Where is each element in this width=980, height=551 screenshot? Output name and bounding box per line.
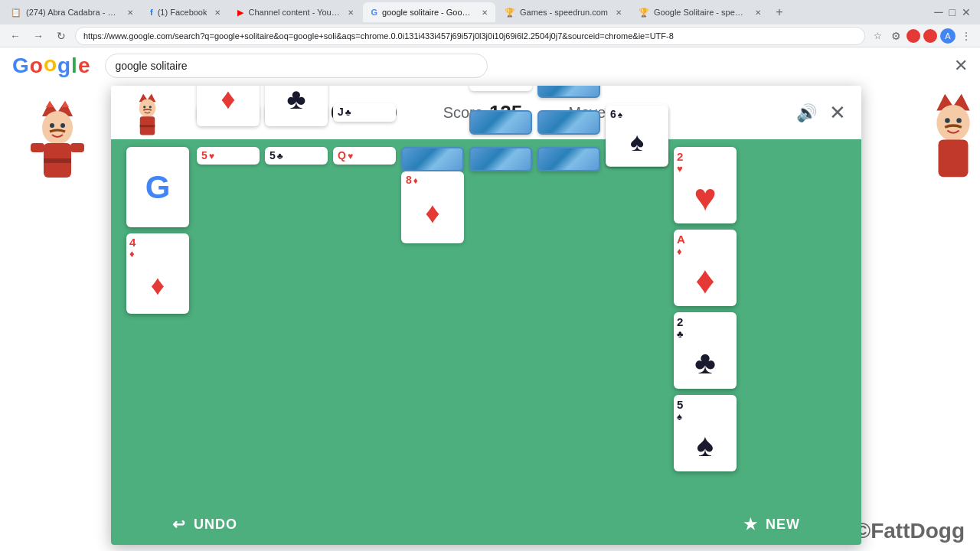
card-back-6[interactable]	[537, 86, 600, 98]
header-icons: 🔊 ✕	[796, 101, 846, 125]
tab-speedrun1[interactable]: 🏆 Games - speedrun.com ✕	[497, 2, 629, 22]
stock-pile[interactable]: G	[126, 147, 189, 227]
card-3-diamonds[interactable]: 3♦ ♦	[197, 86, 260, 126]
svg-point-19	[956, 118, 962, 123]
card-8-diamonds[interactable]: 8♦ ♦	[401, 171, 464, 243]
svg-rect-15	[140, 125, 155, 127]
browser-chrome: 📋 (274) Abra Cadabra - Daily Dup... ✕ f …	[0, 0, 980, 47]
game-area: G 4 ♦ ♦ 5♥	[111, 139, 861, 545]
page-background: Google google solitaire ✕	[0, 47, 980, 551]
svg-rect-20	[939, 139, 969, 177]
svg-marker-2	[61, 101, 69, 107]
bookmark-star-icon[interactable]: ☆	[870, 28, 885, 44]
google-logo: Google	[12, 54, 90, 78]
tab-speedrun2[interactable]: 🏆 Google Solitaire - speedrun.com ✕	[631, 2, 769, 22]
undo-button[interactable]: ↩ UNDO	[172, 515, 237, 533]
column-5[interactable]: J♦ 10♠ 9♦ 8♠ ♠	[469, 147, 532, 377]
card-jack-diamonds[interactable]: J♦	[469, 86, 532, 91]
close-search-button[interactable]: ✕	[954, 56, 968, 76]
watermark: ©FattDogg	[855, 519, 965, 543]
refresh-button[interactable]: ↻	[52, 27, 70, 45]
svg-point-4	[50, 123, 54, 128]
minimize-button[interactable]: ─	[934, 5, 942, 19]
svg-rect-7	[44, 158, 71, 163]
card-5-hearts[interactable]: 5♥	[197, 147, 260, 165]
profile-icon[interactable]: A	[940, 28, 956, 44]
column-3[interactable]: Q♥ J♣ 10♦ 9♠ 8♥	[333, 147, 396, 377]
card-back-2[interactable]	[469, 147, 532, 171]
king-mascot-right	[915, 86, 980, 185]
svg-point-17	[936, 105, 969, 142]
search-query: google solitaire	[115, 60, 187, 72]
foundation-2-clubs[interactable]: 2 ♣ ♣	[674, 312, 737, 389]
card-back-1[interactable]	[401, 147, 464, 171]
svg-point-3	[42, 111, 73, 145]
tab-bar: 📋 (274) Abra Cadabra - Daily Dup... ✕ f …	[0, 0, 980, 24]
card-5-clubs[interactable]: 5♣	[265, 147, 328, 165]
tab-facebook[interactable]: f (1) Facebook ✕	[142, 2, 228, 22]
tab-close[interactable]: ✕	[127, 8, 133, 17]
svg-point-18	[945, 118, 950, 123]
new-label: NEW	[766, 517, 800, 533]
tab-close[interactable]: ✕	[616, 8, 622, 17]
tab-close[interactable]: ✕	[482, 8, 488, 17]
sound-icon[interactable]: 🔊	[796, 103, 817, 122]
svg-point-12	[143, 106, 145, 108]
tab-youtube[interactable]: ▶ Channel content - YouTube Stu... ✕	[230, 2, 361, 22]
svg-point-11	[139, 99, 156, 117]
url-bar[interactable]: https://www.google.com/search?q=google+s…	[75, 27, 865, 45]
foundation-ace-diamonds[interactable]: A ♦ ♦	[674, 230, 737, 306]
menu-icon[interactable]: ⋮	[959, 28, 974, 44]
svg-rect-9	[70, 143, 84, 152]
extension-icon1[interactable]	[906, 29, 920, 43]
card-back-3[interactable]	[469, 110, 532, 135]
maximize-button[interactable]: □	[949, 6, 956, 18]
svg-rect-8	[31, 143, 44, 152]
settings-icon[interactable]: ⚙	[888, 28, 903, 44]
undo-label: UNDO	[194, 517, 237, 533]
tab-abra-cadabra[interactable]: 📋 (274) Abra Cadabra - Daily Dup... ✕	[3, 2, 141, 22]
tab-close[interactable]: ✕	[214, 8, 220, 17]
tab-close[interactable]: ✕	[348, 8, 354, 17]
new-tab-button[interactable]: +	[770, 3, 789, 21]
king-mascot-header	[126, 90, 168, 139]
column-6[interactable]: K♦ Q♠ J♥ 10♣ ♣	[537, 147, 600, 377]
tab-close[interactable]: ✕	[755, 8, 761, 17]
game-controls: ↩ UNDO ★ NEW	[111, 515, 861, 533]
card-jack-clubs[interactable]: J♣	[333, 103, 396, 121]
address-bar: ← → ↻ https://www.google.com/search?q=go…	[0, 24, 980, 47]
svg-marker-1	[46, 101, 54, 107]
search-box[interactable]: google solitaire	[105, 54, 488, 78]
close-window-button[interactable]: ✕	[962, 6, 971, 18]
extension-icon2[interactable]	[923, 29, 937, 43]
column-1[interactable]: 5♥ 4♣ 3♦ ♦	[197, 147, 260, 377]
close-game-button[interactable]: ✕	[829, 101, 846, 125]
new-game-button[interactable]: ★ NEW	[743, 515, 800, 533]
right-panel	[869, 86, 980, 530]
card-back-4[interactable]	[537, 147, 600, 171]
tab-google-solitaire[interactable]: G google solitaire - Google S... ✕	[363, 2, 495, 22]
browser-icons: ☆ ⚙ A ⋮	[870, 28, 974, 44]
stock-area: G 4 ♦ ♦	[126, 147, 191, 314]
card-6-spades[interactable]: 6♠ ♠	[606, 106, 668, 165]
star-icon: ★	[743, 515, 758, 533]
foundation-2-hearts[interactable]: 2 ♥ ♥	[674, 147, 737, 223]
waste-pile[interactable]: 4 ♦ ♦	[126, 233, 189, 314]
google-header: Google google solitaire ✕	[0, 47, 980, 84]
king-mascot-left	[27, 93, 88, 185]
foundation-5-spades[interactable]: 5 ♠ ♠	[674, 395, 737, 471]
forward-button[interactable]: →	[29, 27, 47, 45]
game-overlay: 0:00:30 Score 125 Moves 52 🔊 ✕	[111, 86, 861, 545]
card-back-5[interactable]	[537, 110, 600, 135]
foundation-area: 2 ♥ ♥ A ♦ ♦	[674, 147, 739, 471]
svg-point-5	[60, 123, 65, 128]
card-queen-hearts[interactable]: Q♥	[333, 147, 396, 165]
card-3-clubs[interactable]: 3♣ ♣	[265, 86, 328, 126]
undo-icon: ↩	[172, 515, 186, 533]
svg-point-13	[149, 106, 152, 108]
column-2[interactable]: 5♣ 4♥ 3♣ ♣	[265, 147, 328, 377]
column-7[interactable]: 6♥ ♥ 6♠ ♠	[606, 147, 668, 377]
mascot-left	[0, 86, 115, 530]
back-button[interactable]: ←	[6, 27, 24, 45]
column-4[interactable]: 8♦ ♦	[401, 147, 464, 377]
